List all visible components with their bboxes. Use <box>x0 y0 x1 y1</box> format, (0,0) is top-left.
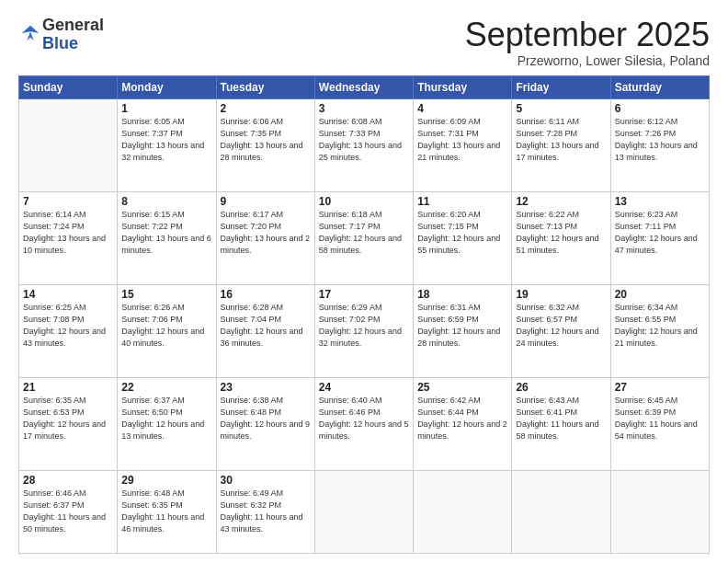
table-row: 4Sunrise: 6:09 AM Sunset: 7:31 PM Daylig… <box>414 98 512 191</box>
day-detail: Sunrise: 6:31 AM Sunset: 6:59 PM Dayligh… <box>417 302 507 350</box>
header: General Blue September 2025 Przeworno, L… <box>18 17 710 68</box>
day-number: 21 <box>23 381 113 394</box>
title-block: September 2025 Przeworno, Lower Silesia,… <box>465 17 710 68</box>
table-row: 10Sunrise: 6:18 AM Sunset: 7:17 PM Dayli… <box>314 191 413 284</box>
table-row: 11Sunrise: 6:20 AM Sunset: 7:15 PM Dayli… <box>414 191 512 284</box>
day-number: 30 <box>221 474 311 487</box>
day-number: 15 <box>121 288 211 301</box>
logo-icon <box>20 23 40 43</box>
table-row <box>512 471 610 554</box>
day-detail: Sunrise: 6:37 AM Sunset: 6:50 PM Dayligh… <box>121 395 211 442</box>
calendar-table: Sunday Monday Tuesday Wednesday Thursday… <box>18 75 710 554</box>
day-detail: Sunrise: 6:35 AM Sunset: 6:53 PM Dayligh… <box>23 395 113 442</box>
day-number: 22 <box>121 381 211 394</box>
day-detail: Sunrise: 6:42 AM Sunset: 6:44 PM Dayligh… <box>417 395 507 442</box>
day-number: 1 <box>121 102 211 115</box>
day-detail: Sunrise: 6:49 AM Sunset: 6:32 PM Dayligh… <box>221 488 311 535</box>
day-number: 11 <box>417 195 507 208</box>
day-detail: Sunrise: 6:46 AM Sunset: 6:37 PM Dayligh… <box>23 488 113 535</box>
table-row: 7Sunrise: 6:14 AM Sunset: 7:24 PM Daylig… <box>19 191 118 284</box>
table-row: 9Sunrise: 6:17 AM Sunset: 7:20 PM Daylig… <box>216 191 314 284</box>
table-row: 22Sunrise: 6:37 AM Sunset: 6:50 PM Dayli… <box>118 378 216 471</box>
table-row: 19Sunrise: 6:32 AM Sunset: 6:57 PM Dayli… <box>512 284 610 377</box>
table-row: 24Sunrise: 6:40 AM Sunset: 6:46 PM Dayli… <box>314 378 413 471</box>
month-title: September 2025 <box>465 17 710 53</box>
day-number: 7 <box>23 195 113 208</box>
day-number: 14 <box>23 288 113 301</box>
table-row: 28Sunrise: 6:46 AM Sunset: 6:37 PM Dayli… <box>19 471 118 554</box>
table-row: 29Sunrise: 6:48 AM Sunset: 6:35 PM Dayli… <box>118 471 216 554</box>
day-number: 16 <box>221 288 311 301</box>
day-detail: Sunrise: 6:26 AM Sunset: 7:06 PM Dayligh… <box>121 302 211 350</box>
table-row: 21Sunrise: 6:35 AM Sunset: 6:53 PM Dayli… <box>19 378 118 471</box>
day-number: 26 <box>516 381 606 394</box>
day-number: 6 <box>615 102 705 115</box>
day-number: 10 <box>319 195 409 208</box>
day-detail: Sunrise: 6:20 AM Sunset: 7:15 PM Dayligh… <box>417 209 507 257</box>
col-tuesday: Tuesday <box>216 75 314 98</box>
table-row: 23Sunrise: 6:38 AM Sunset: 6:48 PM Dayli… <box>216 378 314 471</box>
logo: General Blue <box>18 17 104 53</box>
table-row: 5Sunrise: 6:11 AM Sunset: 7:28 PM Daylig… <box>512 98 610 191</box>
day-number: 12 <box>516 195 606 208</box>
day-number: 13 <box>615 195 705 208</box>
day-detail: Sunrise: 6:15 AM Sunset: 7:22 PM Dayligh… <box>121 209 211 257</box>
day-number: 23 <box>221 381 311 394</box>
logo-blue-text: Blue <box>42 34 78 52</box>
day-number: 29 <box>121 474 211 487</box>
table-row <box>314 471 413 554</box>
table-row: 1Sunrise: 6:05 AM Sunset: 7:37 PM Daylig… <box>118 98 216 191</box>
day-detail: Sunrise: 6:28 AM Sunset: 7:04 PM Dayligh… <box>221 302 311 350</box>
col-wednesday: Wednesday <box>314 75 413 98</box>
table-row: 6Sunrise: 6:12 AM Sunset: 7:26 PM Daylig… <box>610 98 709 191</box>
calendar-header-row: Sunday Monday Tuesday Wednesday Thursday… <box>19 75 710 98</box>
day-number: 5 <box>516 102 606 115</box>
table-row: 13Sunrise: 6:23 AM Sunset: 7:11 PM Dayli… <box>610 191 709 284</box>
day-detail: Sunrise: 6:09 AM Sunset: 7:31 PM Dayligh… <box>417 116 507 164</box>
day-detail: Sunrise: 6:05 AM Sunset: 7:37 PM Dayligh… <box>121 116 211 164</box>
table-row: 14Sunrise: 6:25 AM Sunset: 7:08 PM Dayli… <box>19 284 118 377</box>
day-number: 3 <box>319 102 409 115</box>
day-number: 8 <box>121 195 211 208</box>
table-row <box>19 98 118 191</box>
day-number: 28 <box>23 474 113 487</box>
day-number: 19 <box>516 288 606 301</box>
table-row: 15Sunrise: 6:26 AM Sunset: 7:06 PM Dayli… <box>118 284 216 377</box>
table-row: 16Sunrise: 6:28 AM Sunset: 7:04 PM Dayli… <box>216 284 314 377</box>
table-row: 18Sunrise: 6:31 AM Sunset: 6:59 PM Dayli… <box>414 284 512 377</box>
day-detail: Sunrise: 6:45 AM Sunset: 6:39 PM Dayligh… <box>615 395 705 442</box>
day-detail: Sunrise: 6:38 AM Sunset: 6:48 PM Dayligh… <box>221 395 311 442</box>
table-row: 12Sunrise: 6:22 AM Sunset: 7:13 PM Dayli… <box>512 191 610 284</box>
table-row: 3Sunrise: 6:08 AM Sunset: 7:33 PM Daylig… <box>314 98 413 191</box>
day-number: 2 <box>221 102 311 115</box>
day-detail: Sunrise: 6:12 AM Sunset: 7:26 PM Dayligh… <box>615 116 705 164</box>
table-row: 20Sunrise: 6:34 AM Sunset: 6:55 PM Dayli… <box>610 284 709 377</box>
col-sunday: Sunday <box>19 75 118 98</box>
table-row: 26Sunrise: 6:43 AM Sunset: 6:41 PM Dayli… <box>512 378 610 471</box>
day-number: 17 <box>319 288 409 301</box>
day-detail: Sunrise: 6:18 AM Sunset: 7:17 PM Dayligh… <box>319 209 409 257</box>
col-saturday: Saturday <box>610 75 709 98</box>
table-row: 17Sunrise: 6:29 AM Sunset: 7:02 PM Dayli… <box>314 284 413 377</box>
table-row <box>414 471 512 554</box>
day-number: 18 <box>417 288 507 301</box>
day-detail: Sunrise: 6:17 AM Sunset: 7:20 PM Dayligh… <box>221 209 311 257</box>
day-number: 9 <box>221 195 311 208</box>
day-number: 24 <box>319 381 409 394</box>
day-detail: Sunrise: 6:29 AM Sunset: 7:02 PM Dayligh… <box>319 302 409 350</box>
table-row: 27Sunrise: 6:45 AM Sunset: 6:39 PM Dayli… <box>610 378 709 471</box>
day-detail: Sunrise: 6:06 AM Sunset: 7:35 PM Dayligh… <box>221 116 311 164</box>
day-detail: Sunrise: 6:08 AM Sunset: 7:33 PM Dayligh… <box>319 116 409 164</box>
location: Przeworno, Lower Silesia, Poland <box>465 53 710 68</box>
col-monday: Monday <box>118 75 216 98</box>
day-detail: Sunrise: 6:48 AM Sunset: 6:35 PM Dayligh… <box>121 488 211 535</box>
day-number: 25 <box>417 381 507 394</box>
page: General Blue September 2025 Przeworno, L… <box>0 0 728 563</box>
day-detail: Sunrise: 6:43 AM Sunset: 6:41 PM Dayligh… <box>516 395 606 442</box>
table-row: 30Sunrise: 6:49 AM Sunset: 6:32 PM Dayli… <box>216 471 314 554</box>
table-row: 2Sunrise: 6:06 AM Sunset: 7:35 PM Daylig… <box>216 98 314 191</box>
day-detail: Sunrise: 6:40 AM Sunset: 6:46 PM Dayligh… <box>319 395 409 442</box>
day-detail: Sunrise: 6:34 AM Sunset: 6:55 PM Dayligh… <box>615 302 705 350</box>
day-number: 20 <box>615 288 705 301</box>
day-number: 27 <box>615 381 705 394</box>
